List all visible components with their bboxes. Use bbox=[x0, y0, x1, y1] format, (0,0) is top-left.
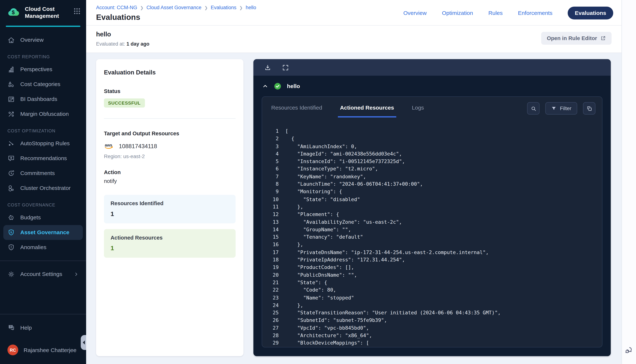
sidebar-item-margin-obfuscation[interactable]: Margin Obfuscation bbox=[0, 106, 86, 121]
download-icon[interactable] bbox=[264, 64, 271, 71]
code-text: "AmiLaunchIndex": 0, bbox=[285, 144, 357, 149]
code-text: "Architecture": "x86_64", bbox=[285, 332, 372, 338]
copy-button[interactable] bbox=[583, 102, 595, 115]
line-number: 27 bbox=[270, 324, 279, 332]
status-badge: SUCCESSFUL bbox=[104, 98, 145, 108]
breadcrumb-evaluations[interactable]: Evaluations bbox=[211, 4, 236, 10]
sidebar-item-overview[interactable]: Overview bbox=[0, 32, 86, 48]
avatar: RC bbox=[8, 344, 19, 355]
details-title: Evaluation Details bbox=[104, 69, 236, 76]
tab-overview[interactable]: Overview bbox=[403, 10, 427, 16]
breadcrumb-governance[interactable]: Cloud Asset Governance bbox=[146, 4, 201, 10]
sidebar-item-perspectives[interactable]: Perspectives bbox=[0, 62, 86, 77]
percent-icon bbox=[8, 110, 15, 118]
line-number: 10 bbox=[270, 196, 279, 203]
tab-logs[interactable]: Logs bbox=[412, 104, 424, 118]
sidebar-item-cluster-orchestrator[interactable]: Cluster Orchestrator bbox=[0, 180, 86, 196]
sidebar-nav: Overview COST REPORTING Perspectives Cos… bbox=[0, 27, 86, 364]
code-text: "InstanceType": "t2.micro", bbox=[285, 166, 378, 172]
code-text: "PrivateIpAddress": "172.31.44.254", bbox=[285, 257, 405, 263]
target-account-row: aws 108817434118 bbox=[104, 142, 236, 150]
sidebar-item-asset-governance[interactable]: $ Asset Governance bbox=[3, 225, 83, 240]
line-number: 12 bbox=[270, 211, 279, 218]
code-text: }, bbox=[285, 204, 303, 210]
code-line: 9 "Monitoring": { bbox=[270, 188, 598, 196]
shield-alert-icon bbox=[8, 244, 15, 251]
line-number: 21 bbox=[270, 279, 279, 286]
viewer-evaluation-title: hello bbox=[287, 83, 300, 89]
top-nav: Overview Optimization Rules Enforcements… bbox=[403, 0, 613, 26]
dashboard-icon bbox=[8, 96, 15, 103]
action-value: notify bbox=[104, 178, 236, 184]
breadcrumb-current[interactable]: hello bbox=[246, 4, 256, 10]
line-number: 16 bbox=[270, 241, 279, 248]
filter-button[interactable]: Filter bbox=[545, 102, 577, 115]
tab-enforcements[interactable]: Enforcements bbox=[518, 10, 552, 16]
breadcrumb-separator: ❯ bbox=[140, 5, 144, 10]
line-number: 2 bbox=[270, 135, 279, 142]
svg-text:aws: aws bbox=[105, 143, 112, 148]
chevron-up-icon[interactable] bbox=[262, 83, 268, 89]
sidebar-item-bi-dashboards[interactable]: BI Dashboards bbox=[0, 92, 86, 106]
breadcrumb-separator: ❯ bbox=[239, 5, 243, 10]
search-button[interactable] bbox=[527, 102, 540, 115]
actioned-resources-stat: Actioned Resources 1 bbox=[104, 229, 236, 258]
open-in-rule-editor-button[interactable]: Open in Rule Editor bbox=[541, 32, 611, 45]
sidebar-bottom: ? Help RC Rajarshee Chatterjee bbox=[0, 308, 86, 364]
sidebar-item-anomalies[interactable]: Anomalies bbox=[0, 240, 86, 254]
code-card: Resources Identified Actioned Resources … bbox=[262, 96, 602, 348]
tab-rules[interactable]: Rules bbox=[488, 10, 503, 16]
breadcrumb-separator: ❯ bbox=[204, 5, 208, 10]
app-title: Cloud Cost Management bbox=[25, 5, 65, 20]
code-line: 12 "Placement": { bbox=[270, 211, 598, 218]
tab-optimization[interactable]: Optimization bbox=[442, 10, 473, 16]
tab-actioned-resources[interactable]: Actioned Resources bbox=[338, 104, 396, 118]
code-actions: Filter bbox=[527, 102, 595, 115]
sidebar-collapse-handle[interactable] bbox=[81, 335, 86, 350]
code-line: 19 "ProductCodes": [], bbox=[270, 264, 598, 271]
code-text: }, bbox=[285, 242, 303, 248]
evaluation-details-card: Evaluation Details Status SUCCESSFUL Tar… bbox=[96, 59, 243, 356]
code-line: 28 "Architecture": "x86_64", bbox=[270, 332, 598, 339]
tab-evaluations-active[interactable]: Evaluations bbox=[568, 6, 613, 19]
user-menu[interactable]: RC Rajarshee Chatterjee bbox=[0, 341, 86, 359]
evaluated-at-value: 1 day ago bbox=[126, 41, 149, 47]
sidebar-item-cost-categories[interactable]: Cost Categories bbox=[0, 77, 86, 92]
code-text: "SubnetId": "subnet-75fe9b39", bbox=[285, 318, 387, 323]
support-chat-icon[interactable] bbox=[624, 346, 633, 355]
line-number: 4 bbox=[270, 150, 279, 158]
json-code-viewer[interactable]: 1[2 {3 "AmiLaunchIndex": 0,4 "ImageId": … bbox=[262, 118, 602, 347]
bar-chart-icon bbox=[8, 66, 15, 73]
code-text: "ProductCodes": [], bbox=[285, 264, 354, 270]
sidebar-item-help[interactable]: ? Help bbox=[0, 320, 86, 335]
sidebar-header: $ Cloud Cost Management bbox=[0, 0, 86, 23]
line-number: 28 bbox=[270, 332, 279, 339]
sidebar-item-recommendations[interactable]: Recommendations bbox=[0, 151, 86, 166]
success-check-icon bbox=[274, 82, 281, 90]
line-number: 8 bbox=[270, 180, 279, 188]
code-line: 22 "Code": 80, bbox=[270, 286, 598, 294]
aws-account-id: 108817434118 bbox=[119, 143, 157, 149]
resources-identified-count: 1 bbox=[111, 210, 229, 217]
tab-resources-identified[interactable]: Resources Identified bbox=[271, 104, 322, 118]
code-line: 24 }, bbox=[270, 302, 598, 309]
code-line: 6 "InstanceType": "t2.micro", bbox=[270, 165, 598, 173]
fullscreen-icon[interactable] bbox=[282, 64, 289, 71]
line-number: 1 bbox=[270, 128, 279, 135]
breadcrumb-account[interactable]: Account: CCM-NG bbox=[96, 4, 137, 10]
sidebar-item-commitments[interactable]: Commitments bbox=[0, 166, 86, 180]
external-link-icon bbox=[600, 36, 606, 41]
code-line: 11 }, bbox=[270, 203, 598, 211]
svg-text:$: $ bbox=[11, 230, 12, 234]
line-number: 6 bbox=[270, 165, 279, 173]
gear-icon bbox=[8, 270, 15, 278]
search-icon bbox=[530, 105, 537, 112]
sidebar-item-autostopping-rules[interactable]: AutoStopping Rules bbox=[0, 136, 86, 151]
module-grid-icon[interactable] bbox=[74, 8, 80, 14]
code-text: { bbox=[285, 136, 294, 142]
sidebar: $ Cloud Cost Management Overview COST R bbox=[0, 0, 86, 364]
sidebar-item-account-settings[interactable]: Account Settings bbox=[0, 266, 86, 282]
evaluated-at: Evaluated at: 1 day ago bbox=[96, 41, 611, 47]
line-number: 18 bbox=[270, 256, 279, 264]
sidebar-item-budgets[interactable]: $ Budgets bbox=[0, 210, 86, 225]
